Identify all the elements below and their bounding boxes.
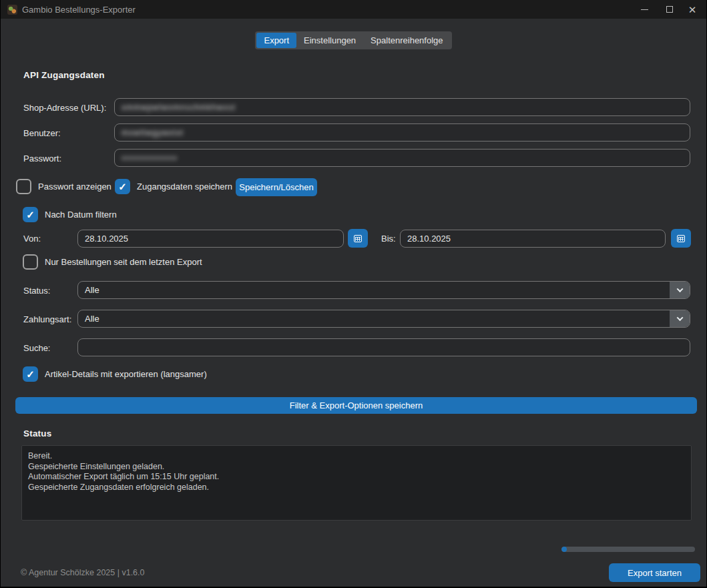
tab-einstellungen[interactable]: Einstellungen (296, 33, 363, 48)
payment-select-value: Alle (78, 314, 670, 324)
filter-by-date-label: Nach Datum filtern (45, 210, 117, 220)
show-password-checkbox[interactable]: ✓ (16, 179, 31, 194)
password-label: Passwort: (23, 154, 61, 164)
app-icon (7, 5, 17, 15)
date-from-calendar-button[interactable] (348, 229, 368, 248)
export-progress-fill (561, 547, 567, 552)
filter-by-date-checkbox[interactable]: ✓ (23, 207, 38, 222)
status-log-line: Bereit. (28, 451, 685, 462)
section-heading-api: API Zugangsdaten (23, 70, 105, 80)
only-since-last-export-checkbox[interactable]: ✓ (23, 254, 38, 270)
payment-select-dropdown-button[interactable] (670, 310, 690, 327)
calendar-icon (677, 235, 685, 242)
status-log-line: Automatischer Export täglich um 15:15 Uh… (28, 472, 685, 483)
save-filter-options-button[interactable]: Filter & Export-Optionen speichern (15, 397, 697, 414)
status-log: Bereit. Gespeicherte Einstellungen gelad… (21, 445, 692, 521)
save-credentials-label: Zugangsdaten speichern (137, 182, 232, 192)
export-progress-bar (561, 547, 695, 552)
payment-select[interactable]: Alle (77, 310, 690, 328)
check-icon: ✓ (26, 369, 35, 379)
minimize-button[interactable] (633, 0, 656, 19)
status-log-line: Gespeicherte Einstellungen geladen. (28, 462, 685, 473)
status-filter-label: Status: (23, 286, 50, 296)
chevron-down-icon (676, 314, 683, 321)
payment-filter-label: Zahlungsart: (23, 314, 71, 324)
article-details-checkbox[interactable]: ✓ (23, 366, 38, 382)
copyright-text: © Agentur Schölzke 2025 | v1.6.0 (21, 568, 145, 577)
tab-bar: Export Einstellungen Spaltenreihenfolge (1, 31, 706, 49)
date-to-label: Bis: (381, 234, 396, 244)
search-label: Suche: (23, 343, 50, 353)
chevron-down-icon (676, 286, 683, 292)
calendar-icon (354, 235, 362, 242)
date-from-label: Von: (23, 234, 41, 244)
article-details-label: Artikel-Details mit exportieren (langsam… (45, 369, 207, 379)
status-select-dropdown-button[interactable] (670, 282, 690, 298)
close-icon: ✕ (688, 5, 697, 15)
window-title: Gambio Bestellungs-Exporter (22, 5, 136, 15)
maximize-icon (666, 6, 673, 13)
check-icon: ✓ (118, 182, 127, 192)
minimize-icon (641, 9, 648, 10)
date-to-input[interactable] (400, 230, 666, 248)
user-redacted-value: mxwttwgywxtxt (122, 128, 238, 137)
only-since-last-export-label: Nur Bestellungen seit dem letzten Export (45, 257, 202, 267)
titlebar: Gambio Bestellungs-Exporter ✕ (1, 0, 706, 19)
status-log-line: Gespeicherte Zugangsdaten erfolgreich ge… (28, 483, 685, 493)
export-start-button[interactable]: Export starten (609, 563, 700, 582)
check-icon: ✓ (26, 210, 35, 220)
date-from-input[interactable] (77, 230, 344, 248)
password-redacted-value: xxxxxxxxxxxxxx (122, 154, 182, 162)
shop-url-label: Shop-Adresse (URL): (23, 103, 106, 113)
status-select[interactable]: Alle (77, 281, 690, 299)
user-field[interactable]: mxwttwgywxtxt (114, 123, 690, 141)
shop-url-redacted-value: xmmwpwtwxmnschmkhwxst (122, 103, 275, 112)
close-button[interactable]: ✕ (681, 0, 704, 19)
maximize-button[interactable] (658, 0, 681, 19)
user-label: Benutzer: (23, 128, 61, 138)
status-select-value: Alle (78, 285, 670, 295)
shop-url-field[interactable]: xmmwpwtwxmnschmkhwxst (114, 98, 690, 116)
app-window: Gambio Bestellungs-Exporter ✕ Export Ein… (0, 0, 707, 588)
tab-export[interactable]: Export (256, 33, 296, 48)
password-field[interactable]: xxxxxxxxxxxxxx (114, 149, 690, 167)
search-input[interactable] (77, 338, 690, 356)
save-credentials-checkbox[interactable]: ✓ (115, 179, 130, 194)
date-to-calendar-button[interactable] (671, 229, 691, 248)
save-delete-button[interactable]: Speichern/Löschen (236, 178, 317, 196)
tab-spaltenreihenfolge[interactable]: Spaltenreihenfolge (363, 33, 450, 48)
section-heading-status: Status (23, 428, 51, 438)
show-password-label: Passwort anzeigen (38, 182, 111, 192)
